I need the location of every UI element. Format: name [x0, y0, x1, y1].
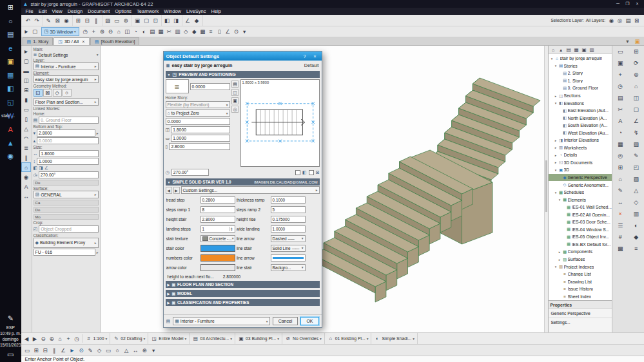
stair-tool-icon[interactable]: ≣: [21, 143, 31, 153]
tree-toggle-icon[interactable]: ▸: [554, 138, 558, 142]
zoom-tool-icon[interactable]: ⊕: [630, 70, 642, 80]
renovation-filter-select[interactable]: ⌂01 Existing Pl...▾: [325, 333, 372, 344]
nav-item-stair-by-jorge-arreguin[interactable]: ▾⌂stair by jorge arreguin: [549, 55, 612, 62]
group-icon[interactable]: ▣: [133, 16, 142, 24]
column-tool-icon[interactable]: ▮: [21, 95, 31, 104]
roof-tool-icon[interactable]: △: [21, 124, 31, 133]
layer-set-select[interactable]: ▣03 Building Pl...▾: [235, 333, 282, 344]
edge-icon[interactable]: e: [2, 42, 19, 54]
info-icon[interactable]: ◎: [231, 106, 239, 113]
marker-icon[interactable]: ◆: [193, 16, 201, 24]
measure-icon[interactable]: ∠: [184, 16, 192, 24]
relative-coords-icon[interactable]: ↔: [132, 346, 140, 354]
geom-rotated-icon[interactable]: ⊠: [43, 89, 52, 97]
arrow-icon[interactable]: ►: [23, 28, 31, 36]
keyboard-icon[interactable]: ▭: [23, 346, 32, 354]
chevron-right-icon[interactable]: ▸: [97, 131, 99, 135]
undo-icon[interactable]: ↶: [24, 16, 32, 24]
tree-toggle-icon[interactable]: ▸: [554, 160, 558, 164]
classification-selector[interactable]: ◆ Building Element Proxy ▸: [34, 238, 99, 248]
mirror-vertical-icon[interactable]: ◨: [39, 166, 43, 171]
rotation-field[interactable]: 270.00°: [171, 169, 209, 176]
maximize-button[interactable]: ❐: [623, 1, 632, 6]
lock-layer-icon[interactable]: ⊠: [632, 16, 641, 24]
nav-item-3d-documents[interactable]: ▸◱3D Documents: [549, 159, 612, 167]
tree-toggle-icon[interactable]: ▸: [558, 258, 562, 262]
nav-item-ies-bx-default-for-[interactable]: ▦IES-BX Default for...: [549, 241, 612, 249]
cancel-button[interactable]: Cancel: [273, 317, 298, 325]
home-zoom-icon[interactable]: ⌂: [56, 334, 64, 343]
tracker-icon[interactable]: ⊕: [141, 346, 149, 354]
home-story-value[interactable]: 0. Ground Floor: [39, 117, 98, 124]
marquee-tool-icon[interactable]: ▢: [21, 56, 31, 66]
home-story-select[interactable]: Flexible (by Elevation) ▾: [166, 101, 230, 108]
plan-icon[interactable]: ▥: [173, 28, 182, 36]
menu-options[interactable]: Options: [112, 8, 134, 14]
nav-item-components[interactable]: ▸▩Components: [549, 248, 612, 256]
slab-tool-icon[interactable]: ▯: [21, 114, 31, 124]
arrow-color-swatch[interactable]: [200, 264, 235, 271]
clone-icon[interactable]: ▣: [614, 58, 626, 68]
nav-item-surfaces[interactable]: ▸▨Surfaces: [549, 256, 612, 263]
steps-ramp2-field[interactable]: 5: [271, 206, 306, 213]
home2-icon[interactable]: ⌂: [614, 174, 626, 184]
text-tool-icon[interactable]: A: [21, 182, 31, 191]
menu-teamwork[interactable]: Teamwork: [134, 8, 161, 14]
clock-icon[interactable]: ◔: [614, 128, 626, 138]
bottom-offset-field[interactable]: 2.8000: [37, 129, 95, 137]
nav-item-east-elevation-aut-[interactable]: ◧East Elevation (Aut...: [549, 107, 612, 115]
shell-tool-icon[interactable]: ◠: [21, 133, 31, 143]
object-tool-icon[interactable]: ⌂: [21, 162, 31, 172]
elevation-offset-field[interactable]: 0.0000: [190, 83, 230, 90]
camera-icon[interactable]: ◔: [132, 28, 140, 36]
width-field[interactable]: 1.8000: [171, 126, 229, 133]
layers2-icon[interactable]: ▤: [148, 28, 157, 36]
shadow-icon[interactable]: ▩: [199, 28, 207, 36]
diamond-icon[interactable]: ◇: [630, 197, 642, 207]
nav-item-3d[interactable]: ▾▣3D: [549, 166, 612, 174]
menu-document[interactable]: Document: [85, 8, 112, 14]
top-offset-field[interactable]: 0.0000: [37, 137, 98, 144]
lamp-tool-icon[interactable]: ◉: [21, 172, 31, 182]
dialog-layer-select[interactable]: ▦ Interior - Furniture ▾: [173, 317, 269, 325]
fill-icon[interactable]: ▨: [104, 16, 112, 24]
cut-icon[interactable]: ✂: [165, 28, 173, 36]
sun-icon[interactable]: ◐: [140, 28, 148, 36]
height-field[interactable]: 2.8000: [169, 143, 229, 150]
rendering-select[interactable]: ◐Simple Shadi...▾: [371, 333, 417, 344]
preview-positioning-section[interactable]: ▼ ◳ PREVIEW AND POSITIONING: [166, 71, 320, 78]
photos-icon[interactable]: ◱: [2, 96, 19, 108]
circle-icon[interactable]: ○: [113, 346, 122, 354]
hotspot-icon[interactable]: ⊕: [122, 16, 130, 24]
menu-help[interactable]: Help: [208, 8, 223, 14]
anchor-reference-select[interactable]: ⌂ to Project Zero ▾: [166, 110, 230, 117]
geom-free-icon[interactable]: ○: [63, 89, 72, 97]
fit-view-icon[interactable]: ⌂: [630, 81, 642, 91]
sections-panel-icon[interactable]: ◫: [630, 93, 642, 103]
nav-item-ies-01-wall-sched-[interactable]: ▦IES-01 Wall Sched...: [549, 204, 612, 211]
resize-icon[interactable]: ↔: [614, 197, 626, 207]
smart-cursor-icon[interactable]: ⊙: [77, 346, 86, 354]
tab-list-icon[interactable]: ▾: [623, 37, 632, 45]
line-stair-select[interactable]: Solid Line——▾: [271, 245, 306, 252]
section-classification-and-properties[interactable]: ▶▣CLASSIFICATION AND PROPERTIES: [166, 299, 320, 306]
grid-icon[interactable]: ⊞: [74, 16, 83, 24]
use-symbol-checkbox[interactable]: [309, 170, 314, 175]
pencil-bottom-icon[interactable]: ✎: [86, 346, 95, 354]
project-map-icon[interactable]: ▤: [565, 46, 572, 53]
window-tool-icon[interactable]: ⊞: [21, 85, 31, 95]
menu-livesync[interactable]: LiveSync: [184, 8, 208, 14]
tab--south-elevation-[interactable]: ▤[South Elevation]: [90, 37, 140, 45]
custom-settings-section[interactable]: ▼ SIMPLE SOLID STAIR VER 1.0 IMAGEN.DE.C…: [166, 178, 320, 186]
geom-diagonal-icon[interactable]: ◇: [53, 89, 62, 97]
mirror-checkbox[interactable]: [295, 170, 300, 175]
mark-icon[interactable]: ∠: [224, 28, 232, 36]
size-b-field[interactable]: 1.0000: [37, 158, 99, 165]
orbit-icon[interactable]: ◷: [73, 334, 81, 343]
nav-item-details[interactable]: ▸◔Details: [549, 151, 612, 159]
collapsed-section-mo[interactable]: Mo: [35, 215, 41, 219]
chrome-icon[interactable]: ◉: [2, 150, 19, 162]
tree-toggle-icon[interactable]: ▾: [554, 265, 558, 269]
nav-item-worksheets[interactable]: ▸▥Worksheets: [549, 144, 612, 152]
pencil2-icon[interactable]: ✎: [614, 186, 626, 196]
